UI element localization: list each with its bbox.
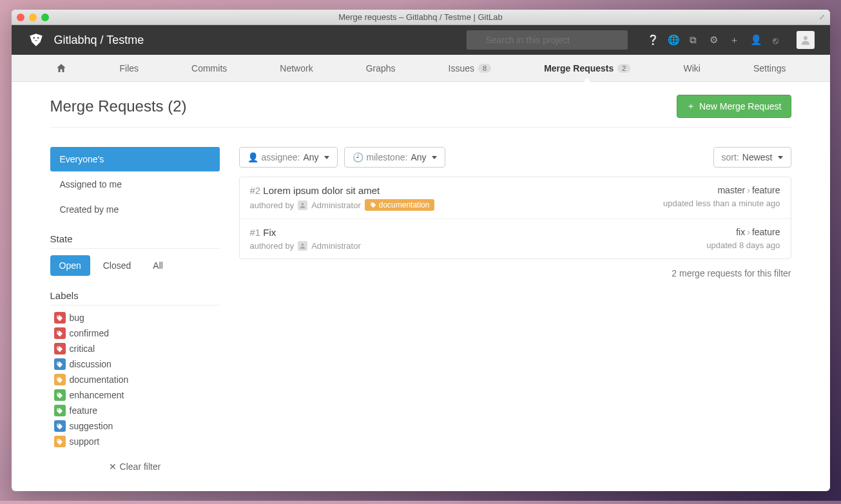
tag-icon bbox=[54, 389, 66, 401]
page-title: Merge Requests (2) bbox=[50, 97, 187, 115]
zoom-window-button[interactable] bbox=[41, 14, 49, 21]
nav-issues[interactable]: Issues 8 bbox=[443, 55, 497, 82]
chevron-right-icon: › bbox=[747, 227, 750, 237]
target-branch: fix bbox=[736, 227, 745, 237]
svg-point-1 bbox=[37, 37, 39, 39]
label-name: confirmed bbox=[70, 328, 109, 338]
content: Merge Requests (2) ＋ New Merge Request E… bbox=[12, 82, 830, 491]
mr-number: #2 bbox=[250, 185, 264, 196]
globe-icon[interactable]: 🌐 bbox=[668, 34, 678, 46]
gitlab-logo[interactable] bbox=[27, 31, 45, 49]
source-branch: feature bbox=[752, 185, 780, 195]
author-name: Administrator bbox=[311, 241, 361, 251]
label-name: feature bbox=[70, 405, 98, 416]
state-all[interactable]: All bbox=[144, 255, 172, 276]
tag-icon bbox=[54, 358, 66, 370]
nav-merge-requests[interactable]: Merge Requests 2 bbox=[539, 55, 635, 82]
maximize-icon[interactable]: ⤢ bbox=[819, 13, 825, 21]
nav-graphs[interactable]: Graphs bbox=[361, 55, 401, 82]
svg-point-3 bbox=[302, 202, 304, 205]
nav-settings[interactable]: Settings bbox=[748, 55, 791, 82]
nav-files[interactable]: Files bbox=[115, 55, 144, 82]
tag-icon bbox=[54, 327, 66, 339]
nav-label: Files bbox=[120, 63, 139, 73]
search-input[interactable] bbox=[467, 30, 628, 50]
traffic-lights bbox=[17, 14, 49, 21]
tag-icon bbox=[54, 420, 66, 432]
label-item[interactable]: documentation bbox=[54, 374, 220, 385]
label-item[interactable]: bug bbox=[54, 312, 220, 324]
nav-label: Commits bbox=[191, 63, 227, 73]
new-merge-request-button[interactable]: ＋ New Merge Request bbox=[677, 95, 791, 118]
chevron-down-icon bbox=[324, 156, 329, 159]
label-item[interactable]: suggestion bbox=[54, 420, 220, 432]
nav-label: Merge Requests bbox=[544, 63, 614, 73]
copy-icon[interactable]: ⧉ bbox=[688, 34, 699, 46]
sort-filter[interactable]: sort: Newest bbox=[713, 147, 791, 168]
tag-icon bbox=[54, 312, 66, 324]
minimize-window-button[interactable] bbox=[29, 14, 37, 21]
label-name: discussion bbox=[70, 359, 111, 369]
label-item[interactable]: enhancement bbox=[54, 389, 220, 401]
svg-point-0 bbox=[33, 37, 34, 39]
state-open[interactable]: Open bbox=[50, 255, 90, 276]
milestone-filter[interactable]: 🕘 milestone: Any bbox=[344, 147, 445, 168]
scope-assigned-to-me[interactable]: Assigned to me bbox=[50, 172, 220, 197]
nav-home[interactable] bbox=[50, 55, 72, 82]
scope-everyones[interactable]: Everyone's bbox=[50, 147, 220, 171]
button-label: New Merge Request bbox=[699, 101, 782, 111]
label-item[interactable]: critical bbox=[54, 343, 220, 354]
breadcrumb[interactable]: Gitlabhq / Testme bbox=[54, 34, 144, 47]
filter-value: Any bbox=[411, 152, 426, 162]
label-item[interactable]: confirmed bbox=[54, 327, 220, 339]
merge-request-item[interactable]: #2 Lorem ipsum dolor sit ametauthored by… bbox=[240, 177, 791, 219]
mr-title: Fix bbox=[263, 227, 276, 238]
nav-label: Settings bbox=[753, 63, 786, 73]
signout-icon[interactable]: ⎋ bbox=[771, 35, 781, 46]
plus-icon[interactable]: ＋ bbox=[730, 34, 740, 46]
nav-commits[interactable]: Commits bbox=[186, 55, 232, 82]
labels-heading: Labels bbox=[50, 290, 220, 305]
state-heading: State bbox=[50, 233, 220, 249]
window-titlebar: Merge requests – Gitlabhq / Testme | Git… bbox=[12, 10, 830, 25]
project-nav: Files Commits Network Graphs Issues 8 Me… bbox=[12, 55, 830, 82]
nav-wiki[interactable]: Wiki bbox=[678, 55, 705, 82]
label-name: documentation bbox=[70, 374, 129, 385]
scope-list: Everyone's Assigned to me Created by me bbox=[50, 147, 220, 222]
label-name: suggestion bbox=[70, 421, 113, 431]
filter-value: Newest bbox=[742, 152, 773, 162]
filter-value: Any bbox=[303, 152, 318, 162]
author-avatar-icon bbox=[298, 241, 307, 251]
nav-network[interactable]: Network bbox=[275, 55, 318, 82]
sidebar: Everyone's Assigned to me Created by me … bbox=[50, 147, 220, 472]
scope-created-by-me[interactable]: Created by me bbox=[50, 197, 220, 222]
mr-meta: authored byAdministratordocumentation bbox=[250, 199, 435, 211]
mr-label-tag[interactable]: documentation bbox=[365, 199, 435, 211]
nav-label: Wiki bbox=[683, 63, 700, 73]
tag-icon bbox=[54, 374, 66, 385]
assignee-filter[interactable]: 👤 assignee: Any bbox=[239, 147, 338, 168]
state-closed[interactable]: Closed bbox=[94, 255, 140, 276]
settings-gears-icon[interactable]: ⚙ bbox=[709, 34, 719, 46]
nav-label: Issues bbox=[449, 63, 474, 73]
help-icon[interactable]: ❔ bbox=[647, 34, 657, 46]
user-icon[interactable]: 👤 bbox=[750, 34, 760, 46]
label-item[interactable]: support bbox=[54, 436, 220, 447]
label-item[interactable]: discussion bbox=[54, 358, 220, 370]
nav-label: Network bbox=[280, 63, 313, 73]
label-item[interactable]: feature bbox=[54, 405, 220, 416]
chevron-down-icon bbox=[778, 156, 783, 159]
user-icon: 👤 bbox=[247, 152, 258, 162]
issues-count-badge: 8 bbox=[478, 64, 491, 73]
top-nav: Gitlabhq / Testme 🔍 ❔ 🌐 ⧉ ⚙ ＋ 👤 ⎋ bbox=[12, 25, 830, 55]
clear-filter-button[interactable]: ✕ Clear filter bbox=[50, 461, 220, 472]
avatar[interactable] bbox=[797, 31, 815, 49]
nav-label: Graphs bbox=[366, 63, 396, 73]
close-window-button[interactable] bbox=[17, 14, 24, 21]
filter-label: assignee: bbox=[262, 152, 300, 162]
label-name: bug bbox=[70, 313, 84, 323]
merge-request-item[interactable]: #1 Fixauthored byAdministratorfix›featur… bbox=[240, 219, 791, 258]
mr-count-badge: 2 bbox=[617, 64, 630, 73]
labels-list: bugconfirmedcriticaldiscussiondocumentat… bbox=[50, 312, 220, 447]
authored-by-label: authored by bbox=[250, 200, 295, 210]
